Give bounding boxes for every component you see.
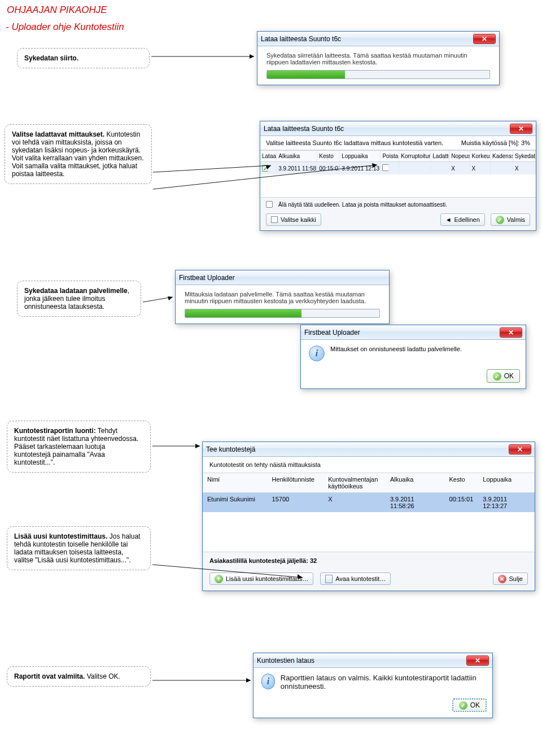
done-label: Valmis (507, 216, 525, 223)
col-korkeus: Korkeus (470, 151, 491, 161)
dialog-kuntotestit-buttons: +Lisää uusi kuntotestimittaus… Avaa kunt… (203, 569, 535, 591)
close-icon[interactable]: ✕ (473, 34, 496, 44)
add-measurement-button[interactable]: +Lisää uusi kuntotestimittaus… (209, 573, 313, 585)
note-sykedatan-siirto: Sykedatan siirto. (17, 48, 150, 68)
check-icon: ✓ (459, 701, 467, 710)
ok-label: OK (504, 372, 514, 380)
dialog-success-titlebar[interactable]: Firstbeat Uploader ✕ (301, 325, 526, 340)
cell-kadenssi (491, 166, 513, 171)
dialog-uploader-title: Firstbeat Uploader (179, 274, 235, 282)
dialog-success: Firstbeat Uploader ✕ i Mittaukset on onn… (300, 325, 526, 389)
progress-bar (266, 70, 490, 79)
col-alkuaika: Alkuaika (277, 151, 317, 161)
svg-marker-7 (168, 296, 173, 300)
note5-head: Lisää uusi kuntotestimittaus. (14, 532, 107, 540)
dialog-kuntotestit-line: Kuntototestit on tehty näistä mittauksis… (203, 457, 535, 473)
col-kesto: Kesto (445, 473, 479, 492)
dialog-raportit: Kuntotestien lataus ✕ i Raporttien latau… (253, 653, 493, 718)
dialog-mittaukset-subhead: Valitse laitteesta Suunto t6c ladattava … (260, 136, 536, 150)
dialog-mittaukset-footer2: Valitse kaikki ◄Edellinen ✓Valmis (260, 211, 536, 230)
dialog-raportit-titlebar[interactable]: Kuntotestien lataus ✕ (253, 653, 492, 668)
select-all-label: Valitse kaikki (281, 216, 316, 223)
dialog-mittaukset: Lataa laitteesta Suunto t6c ✕ Valitse la… (260, 121, 536, 231)
cell-lopp: 3.9.2011 12:13:27 (478, 493, 535, 512)
dialog-raportit-title: Kuntotestien lataus (257, 657, 314, 665)
col-kayttooikeus: Kuntovalmentajan käyttöoikeus (324, 473, 386, 492)
dialog-uploader-body: Mittauksia ladataan palvelimelle. Tämä s… (176, 285, 389, 324)
checkbox-empty-icon[interactable] (382, 164, 389, 171)
col-nopeus: Nopeus (449, 151, 470, 161)
info-icon: i (309, 346, 325, 361)
close-icon[interactable]: ✕ (466, 656, 489, 666)
memory-usage: Muistia käytössä [%]: 3% (461, 139, 530, 146)
dialog-kuntotestit-title: Tee kuntotestejä (206, 445, 255, 453)
cell-kesto: 00:15:01 (317, 163, 340, 174)
bullet: - (6, 21, 11, 32)
plus-icon: + (215, 575, 223, 583)
cell-lataa-checkbox[interactable]: ✓ (260, 163, 277, 174)
cell-henk: 15700 (268, 493, 324, 512)
note6-head: Raportit ovat valmiita. (14, 672, 85, 680)
ok-button[interactable]: ✓OK (487, 369, 520, 383)
check-icon: ✓ (496, 216, 504, 224)
cell-loppuaika: 3.9.2011 12:13:27 (340, 163, 381, 174)
dialog-kuntotestit-footer: Asiakastilillä kuntotestejä jäljellä: 32 (203, 552, 535, 569)
dialog-uploader-progress: Firstbeat Uploader Mittauksia ladataan p… (175, 270, 390, 324)
done-button[interactable]: ✓Valmis (491, 213, 530, 226)
page-subtitle: - Uploader ohje Kuntotestiin (6, 21, 124, 33)
svg-line-6 (143, 297, 173, 302)
previous-button[interactable]: ◄Edellinen (440, 213, 485, 226)
cell-korkeus: X (470, 163, 491, 174)
dialog-kuntotestit-titlebar[interactable]: Tee kuntotestejä ✕ (203, 442, 535, 457)
dialog-success-body: i Mittaukset on onnistuneesti ladattu pa… (301, 340, 526, 367)
dont-show-checkbox[interactable] (266, 201, 273, 208)
col-henkilotunniste: Henkilötunniste (268, 473, 324, 492)
x-icon: ✕ (498, 575, 506, 583)
note3-head: Sykedataa ladataan palvelimelle (24, 287, 128, 295)
dialog-raportit-buttons: ✓OK (253, 696, 492, 718)
dialog-kuntotestit: Tee kuntotestejä ✕ Kuntototestit on teht… (202, 442, 535, 591)
select-all-icon (271, 216, 278, 223)
cell-poista-checkbox[interactable] (381, 162, 399, 174)
checkbox-checked-icon[interactable]: ✓ (262, 165, 269, 172)
col-alkuaika: Alkuaika (386, 473, 445, 492)
dialog-uploader-titlebar[interactable]: Firstbeat Uploader (176, 270, 389, 285)
cell-alkuaika: 3.9.2011 11:58:26 (277, 163, 317, 174)
arrow-left-icon: ◄ (445, 216, 452, 223)
table-header: Nimi Henkilötunniste Kuntovalmentajan kä… (203, 473, 535, 493)
dialog-mittaukset-titlebar[interactable]: Lataa laitteesta Suunto t6c ✕ (260, 121, 536, 136)
dialog-mittaukset-footer1: Älä näytä tätä uudelleen. Lataa ja poist… (260, 197, 536, 211)
ok-button[interactable]: ✓OK (452, 698, 487, 712)
close-icon[interactable]: ✕ (500, 327, 522, 338)
info-icon: i (261, 674, 275, 689)
col-sykedata: Sykedata (513, 151, 536, 161)
table-row[interactable]: Etunimi Sukunimi 15700 X 3.9.2011 11:58:… (203, 493, 535, 512)
table-row[interactable]: ✓ 3.9.2011 11:58:26 00:15:01 3.9.2011 12… (260, 162, 536, 174)
note-raportin-luonti: Kuntotestiraportin luonti: Tehdyt kuntot… (7, 421, 151, 473)
note-lataus-palvelimelle: Sykedataa ladataan palvelimelle, jonka j… (17, 281, 141, 317)
col-loppuaika: Loppuaika (478, 473, 535, 492)
cell-sykedata: X (513, 163, 536, 174)
remaining-label: Asiakastilillä kuntotestejä jäljellä: 32 (209, 557, 317, 564)
cell-alk: 3.9.2011 11:58:26 (386, 493, 445, 512)
note1-text: Sykedatan siirto. (24, 54, 78, 62)
dialog-raportit-body: i Raporttien lataus on valmis. Kaikki ku… (253, 668, 492, 696)
cell-nimi: Etunimi Sukunimi (203, 493, 268, 512)
col-ladattu: Ladattu (431, 151, 449, 161)
close-icon[interactable]: ✕ (510, 124, 532, 134)
dialog-siirto-title: Lataa laitteesta Suunto t6c (261, 35, 341, 43)
col-poista: Poista (381, 151, 399, 161)
close-icon[interactable]: ✕ (509, 444, 531, 455)
col-korrupt: Korruptoitunut (399, 151, 431, 161)
dialog-siirto-titlebar[interactable]: Lataa laitteesta Suunto t6c ✕ (257, 32, 499, 46)
col-lataa: Lataa (260, 151, 277, 161)
ok-label: OK (470, 701, 480, 709)
select-all-button[interactable]: Valitse kaikki (266, 213, 321, 226)
table-header: Lataa Alkuaika Kesto Loppuaika Poista Ko… (260, 150, 536, 162)
open-tests-button[interactable]: Avaa kuntotestit… (320, 573, 391, 585)
progress-bar (185, 309, 380, 318)
close-button[interactable]: ✕Sulje (493, 573, 528, 585)
dialog-success-buttons: ✓OK (301, 367, 526, 388)
dialog-siirto-msg: Sykedataa siirretään laitteesta. Tämä sa… (266, 52, 490, 65)
cell-nopeus: X (449, 163, 470, 174)
